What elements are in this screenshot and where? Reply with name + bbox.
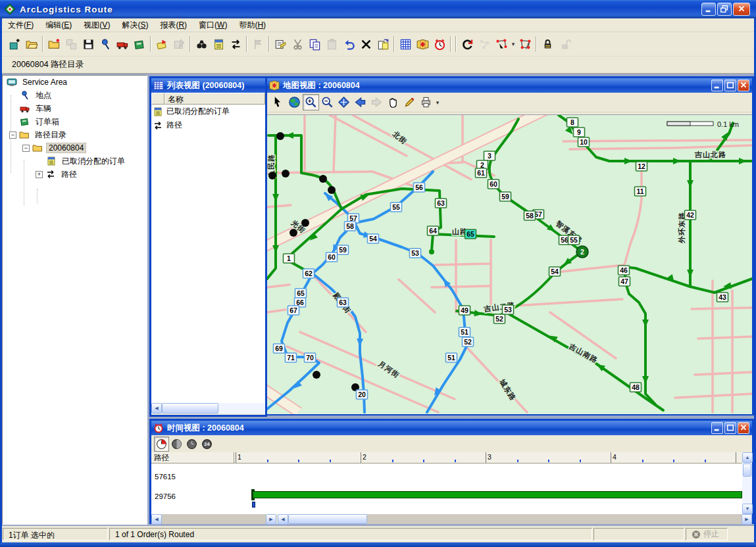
map[interactable]: 北街人民路光街山路智溪东路吉山北路外环东路吉山二路吉山南路月河街城东路殿前街56… <box>267 115 752 414</box>
zoom-in-tool-button[interactable] <box>303 94 319 110</box>
menu-F[interactable]: 文件(F) <box>2 18 39 32</box>
time-cursor-marker[interactable] <box>252 502 255 508</box>
map-maximize-button[interactable] <box>724 80 736 91</box>
tree-item-label[interactable]: 地点 <box>34 90 53 101</box>
map-canvas[interactable]: 北街人民路光街山路智溪东路吉山北路外环东路吉山二路吉山南路月河街城东路殿前街56… <box>267 114 752 414</box>
copy-button[interactable] <box>306 36 323 53</box>
tree-item-已取消分配的订单[interactable]: 已取消分配的订单 <box>3 155 147 168</box>
find-button[interactable] <box>193 36 210 53</box>
rebuild-routes-button[interactable] <box>459 36 476 53</box>
scroll-down-icon[interactable]: ▼ <box>742 504 753 514</box>
clock-24-button[interactable]: 24 <box>199 437 214 452</box>
scrollbar-track[interactable] <box>162 514 266 524</box>
cut-button[interactable] <box>289 36 306 53</box>
list-view-titlebar[interactable]: 列表视图 (20060804) <box>151 78 265 93</box>
tree-item-订单箱[interactable]: 订单箱 <box>3 115 147 128</box>
time-minimize-button[interactable] <box>711 422 723 434</box>
map-close-button[interactable] <box>738 80 749 91</box>
globe-tool-button[interactable] <box>286 94 303 110</box>
edit-button[interactable] <box>170 36 188 53</box>
menu-H[interactable]: 帮助(H) <box>233 18 272 32</box>
lock-button[interactable] <box>539 36 556 53</box>
time-vertical-scrollbar[interactable]: ▲ ▼ <box>742 452 752 514</box>
clock-quarter-button[interactable] <box>154 437 169 452</box>
list-item-label[interactable]: 已取消分配的订单 <box>166 106 230 117</box>
list-item-note[interactable]: 已取消分配的订单 <box>151 105 265 118</box>
pan-tool-button[interactable] <box>385 94 401 110</box>
list-horizontal-scrollbar[interactable]: ◀ <box>151 403 265 414</box>
flag-button[interactable] <box>249 36 266 53</box>
forward-tool-button[interactable] <box>368 94 385 110</box>
properties-button[interactable] <box>272 36 289 53</box>
copy-special-button[interactable] <box>63 36 80 53</box>
new-folder-button[interactable] <box>45 36 63 53</box>
zoom-out-tool-button[interactable] <box>319 94 336 110</box>
scrollbar-thumb[interactable] <box>288 514 367 524</box>
route-column-header[interactable]: 路径 <box>151 452 234 464</box>
tree-item-label[interactable]: 路径 <box>59 169 79 180</box>
gantt-bar-route-29756[interactable] <box>253 491 742 498</box>
tree-item-label[interactable]: 路径目录 <box>33 130 68 141</box>
map-minimize-button[interactable] <box>711 80 723 91</box>
resequence-button[interactable] <box>517 36 534 53</box>
route-row-label[interactable]: 29756 <box>155 492 176 500</box>
print-tool-button[interactable] <box>418 94 434 110</box>
delete-button[interactable] <box>357 36 374 53</box>
list-item-label[interactable]: 路径 <box>166 120 182 131</box>
minimize-button[interactable] <box>701 3 716 16</box>
time-horizontal-scrollbars[interactable]: ◀ ▶ ◀ ▶ <box>151 514 752 524</box>
undo-button[interactable] <box>340 36 357 53</box>
scroll-left-icon[interactable]: ◀ <box>151 403 162 414</box>
sequence-button[interactable] <box>476 36 493 53</box>
tree-item-地点[interactable]: 地点 <box>3 89 147 102</box>
paste-button[interactable] <box>323 36 340 53</box>
tree-item-service-area[interactable]: Service Area <box>3 76 147 89</box>
duplicate-button[interactable] <box>374 36 391 53</box>
stop-button[interactable]: 停止 <box>686 528 728 540</box>
reassign-stops-dropdown-icon[interactable]: ▾ <box>510 41 517 47</box>
tree-expander-expand-icon[interactable]: + <box>36 171 43 178</box>
list-column-blank[interactable] <box>151 93 164 105</box>
scroll-up-icon[interactable]: ▲ <box>742 452 753 463</box>
scroll-left-icon[interactable]: ◀ <box>151 514 162 525</box>
list-column-name[interactable]: 名称 <box>164 93 265 105</box>
menu-E[interactable]: 编辑(E) <box>39 18 78 32</box>
time-close-button[interactable] <box>738 422 749 434</box>
scrollbar-thumb[interactable] <box>743 464 751 477</box>
tree-item-路径目录[interactable]: −路径目录 <box>3 128 147 141</box>
import-button[interactable] <box>6 36 23 53</box>
menu-R[interactable]: 报表(R) <box>154 18 193 32</box>
draw-tool-button[interactable] <box>401 94 418 110</box>
tree-expander-collapse-icon[interactable]: − <box>22 145 30 152</box>
time-gantt-area[interactable]: 5761529756 <box>151 464 742 514</box>
time-view-button[interactable] <box>431 36 448 53</box>
menu-W[interactable]: 窗口(W) <box>193 18 233 32</box>
list-item-route[interactable]: 路径 <box>151 118 265 132</box>
route-row-label[interactable]: 57615 <box>155 473 176 481</box>
list-view-button[interactable] <box>397 36 414 53</box>
orders-list-button[interactable] <box>210 36 227 53</box>
print-dropdown-icon[interactable]: ▾ <box>434 99 441 106</box>
clock-hour-button[interactable] <box>184 437 199 452</box>
location-pin-button[interactable] <box>97 36 114 53</box>
tree-item-20060804[interactable]: −20060804 <box>3 141 147 155</box>
pointer-tool-button[interactable] <box>270 94 286 110</box>
tree-item-label[interactable]: 车辆 <box>34 103 53 114</box>
scrollbar-track[interactable] <box>367 514 742 524</box>
scroll-right-icon[interactable]: ▶ <box>742 514 752 525</box>
zoom-fixed-tool-button[interactable] <box>336 94 352 110</box>
tree-item-车辆[interactable]: 车辆 <box>3 102 147 115</box>
menu-V[interactable]: 视图(V) <box>78 18 116 32</box>
scrollbar-thumb[interactable] <box>162 403 218 414</box>
scroll-left-icon[interactable]: ◀ <box>278 514 288 525</box>
unlock-button[interactable] <box>556 36 573 53</box>
restore-button[interactable] <box>717 3 732 16</box>
clock-half-button[interactable] <box>169 437 184 452</box>
close-button[interactable] <box>733 3 750 16</box>
tree-item-label[interactable]: 订单箱 <box>34 116 61 128</box>
route-stops-button[interactable] <box>227 36 244 53</box>
tree-item-label[interactable]: 20060804 <box>46 143 86 153</box>
save-button[interactable] <box>80 36 97 53</box>
assign-orders-button[interactable] <box>153 36 170 53</box>
open-button[interactable] <box>23 36 40 53</box>
